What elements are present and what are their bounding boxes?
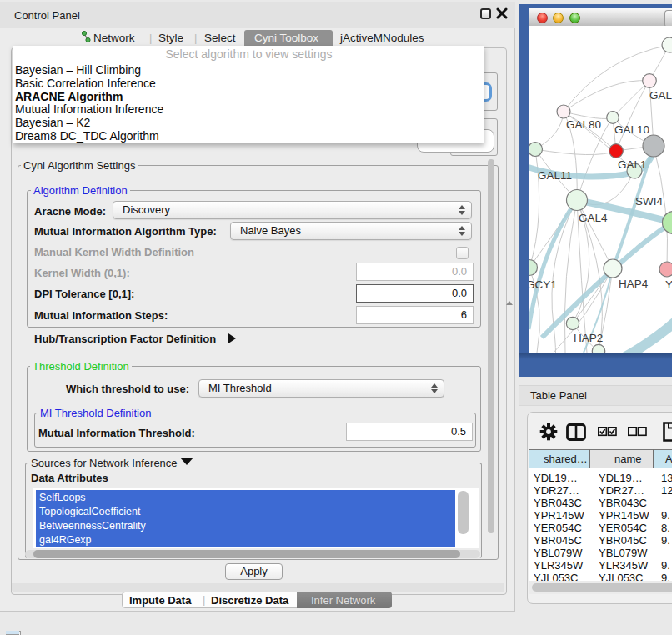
- svg-text:YD: YD: [665, 278, 672, 291]
- svg-text:GAL2: GAL2: [649, 89, 672, 102]
- svg-text:GCY1: GCY1: [529, 278, 557, 291]
- svg-text:GAL11: GAL11: [538, 169, 572, 182]
- svg-text:SWI4: SWI4: [635, 195, 663, 208]
- svg-text:HAP2: HAP2: [574, 332, 603, 344]
- svg-text:HAP4: HAP4: [619, 278, 649, 290]
- svg-text:GAL1: GAL1: [618, 158, 647, 171]
- svg-text:GAL80: GAL80: [566, 118, 601, 131]
- svg-text:GAL10: GAL10: [614, 123, 649, 136]
- svg-text:GAL4: GAL4: [579, 212, 608, 224]
